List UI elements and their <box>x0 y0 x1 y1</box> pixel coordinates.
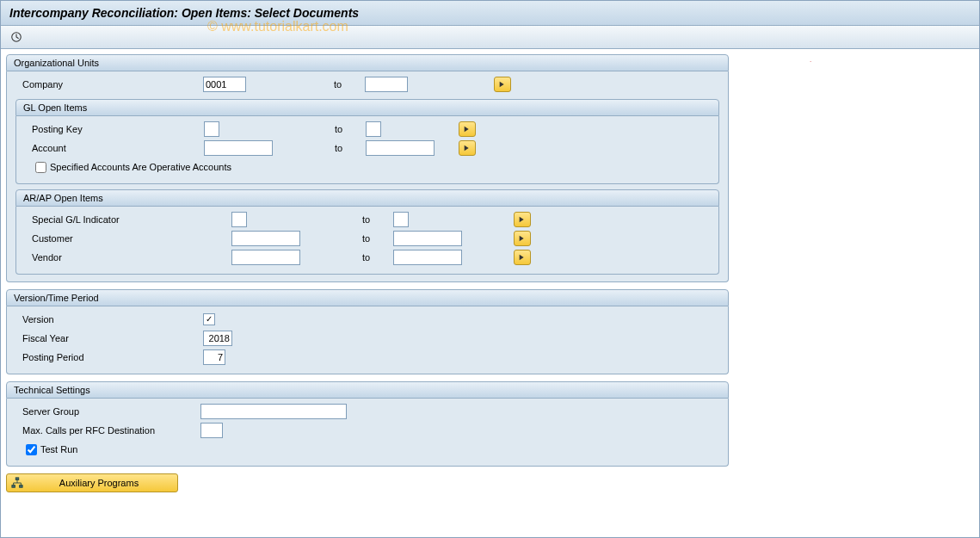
customer-from-input[interactable] <box>231 231 300 246</box>
svg-rect-2 <box>12 485 15 488</box>
company-to-input[interactable] <box>365 77 408 92</box>
content-area: Organizational Units Company to <box>1 49 979 498</box>
fiscal-year-input[interactable] <box>203 331 232 346</box>
vendor-multi-select-button[interactable] <box>514 250 531 265</box>
subgroup-title: AR/AP Open Items <box>23 193 103 203</box>
arrow-right-icon <box>463 144 472 152</box>
to-label: to <box>335 143 366 153</box>
main-column: Organizational Units Company to <box>6 54 729 492</box>
arrow-right-icon <box>518 234 527 243</box>
subgroup-gl-open-items: GL Open Items Posting Key to <box>15 99 719 184</box>
subgroup-body-arap: Special G/L Indicator to Customer <box>15 207 719 275</box>
vendor-from-input[interactable] <box>231 250 300 265</box>
label-vendor: Vendor <box>25 252 231 263</box>
row-version: Version ✓ <box>15 310 719 329</box>
label-customer: Customer <box>25 233 231 244</box>
group-title: Version/Time Period <box>14 293 99 303</box>
hierarchy-icon <box>10 476 24 490</box>
row-account: Account to <box>25 139 710 158</box>
label-company: Company <box>15 79 203 90</box>
subgroup-header-arap: AR/AP Open Items <box>15 189 719 207</box>
subgroup-arap-open-items: AR/AP Open Items Special G/L Indicator t… <box>15 189 719 275</box>
group-version-time: Version/Time Period Version ✓ Fiscal Yea… <box>6 289 729 374</box>
execute-button[interactable] <box>8 28 25 46</box>
row-max-calls: Max. Calls per RFC Destination <box>15 421 719 440</box>
group-technical-settings: Technical Settings Server Group Max. Cal… <box>6 381 729 467</box>
label-version: Version <box>15 314 203 325</box>
clock-execute-icon <box>10 31 22 43</box>
specified-accounts-checkbox[interactable] <box>35 162 46 173</box>
label-posting-period: Posting Period <box>15 352 203 362</box>
title-bar: Intercompany Reconciliation: Open Items:… <box>1 1 979 26</box>
window-frame: Intercompany Reconciliation: Open Items:… <box>0 0 980 538</box>
decorative-dot: . <box>810 56 811 64</box>
group-header-tech: Technical Settings <box>6 381 729 399</box>
group-header-version: Version/Time Period <box>6 289 729 306</box>
customer-to-input[interactable] <box>393 231 462 246</box>
side-column: . <box>732 54 974 492</box>
subgroup-title: GL Open Items <box>23 102 87 113</box>
row-customer: Customer to <box>25 229 710 248</box>
label-posting-key: Posting Key <box>25 124 204 134</box>
group-organizational-units: Organizational Units Company to <box>6 54 729 282</box>
max-calls-input[interactable] <box>200 423 223 438</box>
label-account: Account <box>25 143 204 153</box>
arrow-right-icon <box>518 253 527 262</box>
row-fiscal-year: Fiscal Year <box>15 329 719 348</box>
group-title: Technical Settings <box>14 385 90 395</box>
group-body-org: Company to GL Open Items <box>6 71 729 282</box>
to-label: to <box>362 214 393 225</box>
row-test-run: Test Run <box>15 440 719 459</box>
label-fiscal-year: Fiscal Year <box>15 333 203 343</box>
subgroup-header-gl: GL Open Items <box>15 99 719 116</box>
subgroup-body-gl: Posting Key to Account <box>15 116 719 184</box>
group-title: Organizational Units <box>14 58 99 68</box>
label-test-run: Test Run <box>40 444 77 455</box>
vendor-to-input[interactable] <box>393 250 462 265</box>
server-group-input[interactable] <box>200 404 347 419</box>
row-special-gl: Special G/L Indicator to <box>25 210 710 229</box>
svg-rect-3 <box>20 485 23 488</box>
group-header-org: Organizational Units <box>6 54 729 71</box>
posting-key-from-input[interactable] <box>204 121 219 137</box>
company-multi-select-button[interactable] <box>494 77 511 92</box>
page-title: Intercompany Reconciliation: Open Items:… <box>9 6 359 20</box>
account-from-input[interactable] <box>204 140 273 156</box>
svg-rect-1 <box>15 478 19 480</box>
to-label: to <box>335 124 366 134</box>
group-body-tech: Server Group Max. Calls per RFC Destinat… <box>6 399 729 467</box>
special-gl-to-input[interactable] <box>393 212 409 227</box>
arrow-right-icon <box>498 80 507 89</box>
company-from-input[interactable] <box>203 77 246 92</box>
special-gl-from-input[interactable] <box>231 212 247 227</box>
row-vendor: Vendor to <box>25 248 710 267</box>
test-run-checkbox[interactable] <box>26 444 37 455</box>
special-gl-multi-select-button[interactable] <box>514 212 531 227</box>
toolbar: © www.tutorialkart.com <box>1 26 979 49</box>
to-label: to <box>334 79 365 90</box>
aux-button-label: Auxiliary Programs <box>29 478 169 488</box>
posting-key-multi-select-button[interactable] <box>459 121 476 137</box>
row-server-group: Server Group <box>15 402 719 421</box>
customer-multi-select-button[interactable] <box>514 231 531 246</box>
row-posting-key: Posting Key to <box>25 120 710 139</box>
to-label: to <box>362 233 393 244</box>
row-company: Company to <box>15 75 719 94</box>
auxiliary-programs-button[interactable]: Auxiliary Programs <box>6 473 178 492</box>
account-multi-select-button[interactable] <box>459 140 476 156</box>
label-specified-accounts: Specified Accounts Are Operative Account… <box>50 162 231 172</box>
to-label: to <box>362 252 393 263</box>
row-posting-period: Posting Period <box>15 348 719 367</box>
arrow-right-icon <box>518 215 527 224</box>
group-body-version: Version ✓ Fiscal Year Posting Period <box>6 306 729 374</box>
posting-period-input[interactable] <box>203 349 225 365</box>
posting-key-to-input[interactable] <box>366 121 381 137</box>
row-specified-accounts: Specified Accounts Are Operative Account… <box>25 158 710 176</box>
account-to-input[interactable] <box>366 140 435 156</box>
label-special-gl: Special G/L Indicator <box>25 214 231 225</box>
version-checkbox[interactable]: ✓ <box>203 313 215 325</box>
button-row: Auxiliary Programs <box>6 473 729 492</box>
arrow-right-icon <box>463 125 472 133</box>
